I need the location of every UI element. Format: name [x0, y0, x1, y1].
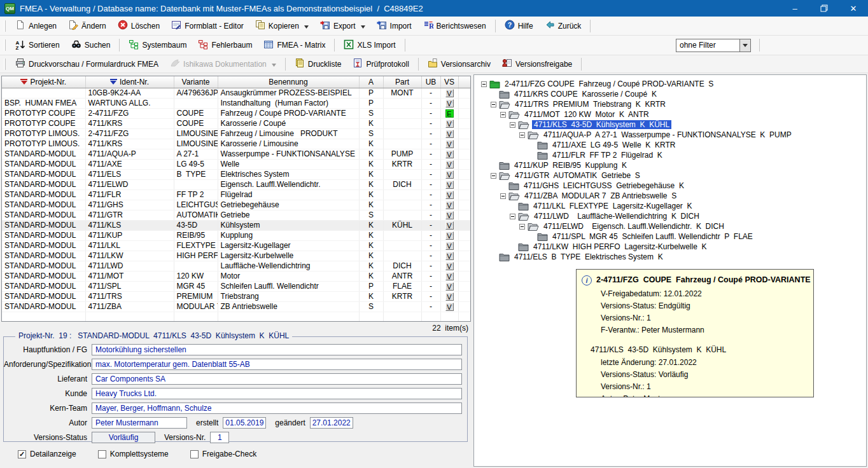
table-row[interactable]: STANDARD-MODUL4711/TRSPREMIUMTriebstrang…: [2, 291, 471, 301]
formblatt-editor-button[interactable]: Formblatt - Editor: [165, 18, 249, 34]
filter-red-icon[interactable]: [20, 79, 27, 85]
table-row[interactable]: STANDARD-MODUL4711/AQUA-PA 27-1Wasserpum…: [2, 149, 471, 159]
minimize-icon[interactable]: –: [780, 0, 809, 17]
table-row[interactable]: STANDARD-MODUL4711/LKLFLEXTYPELagersitz-…: [2, 240, 471, 251]
table-row[interactable]: STANDARD-MODUL4711/LKWHIGH PERFOLagersit…: [2, 251, 471, 261]
author-field[interactable]: Peter Mustermann: [92, 417, 187, 429]
table-row[interactable]: STANDARD-MODUL4711/ZBAMODULAR 7ZB Antrie…: [2, 301, 471, 312]
column-header-benennung[interactable]: Benennung: [218, 76, 359, 88]
table-row[interactable]: STANDARD-MODUL4711/ELWDEigensch. Lauffl.…: [2, 179, 471, 189]
column-header-vs[interactable]: VS: [440, 76, 458, 88]
tree-node[interactable]: 4711/ELS B TYPE Elektrisches System K: [477, 252, 865, 262]
collapse-minus-icon[interactable]: [489, 173, 498, 179]
tree-node[interactable]: 4711/LKW HIGH PERFO Lagersitz-Kurbelwell…: [477, 242, 865, 252]
collapse-minus-icon[interactable]: [499, 193, 507, 199]
hilfe-button[interactable]: ?Hilfe: [499, 18, 539, 34]
table-row[interactable]: STANDARD-MODUL4711/SPLMGR 45Schleifen La…: [2, 281, 471, 291]
tree-node[interactable]: 4711/GHS LEICHTGUSS Getriebegehäuse K: [477, 181, 865, 191]
tree-node[interactable]: 4711/ELWD Eigensch. Lauffl.Wellendichtr.…: [477, 221, 865, 231]
versionsfreigabe-button[interactable]: Versionsfreigabe: [496, 56, 578, 72]
xls-import-button[interactable]: XLS Import: [338, 38, 401, 53]
table-row[interactable]: PROTOTYP COUPE2-4711/FZGCOUPEFahrzeug / …: [2, 108, 471, 118]
collapse-minus-icon[interactable]: [489, 102, 498, 107]
collapse-minus-icon[interactable]: [480, 81, 488, 87]
tree-node[interactable]: 4711/GTR AUTOMATIK Getriebe S: [477, 170, 865, 181]
table-row[interactable]: STANDARD-MODUL4711/AXELG 49-5WelleKKRTR-…: [2, 159, 471, 169]
field-lieferant[interactable]: Car Components SA: [92, 373, 462, 385]
löschen-button[interactable]: Löschen: [112, 18, 165, 34]
collapse-minus-icon[interactable]: [508, 122, 517, 128]
close-icon[interactable]: ✕: [839, 0, 868, 17]
field-anforderung-spezifikation[interactable]: max. Motortemperatur gem. Datenblatt 55-…: [92, 359, 462, 370]
table-row[interactable]: BSP. HUMAN FMEAWARTUNG ALLG.Instandhaltu…: [2, 98, 471, 108]
versionsarchiv-button[interactable]: Versionsarchiv: [422, 56, 496, 72]
tree-node[interactable]: 4711/TRS PREMIUM Triebstrang K KRTR: [477, 99, 865, 109]
ändern-button[interactable]: Ändern: [62, 18, 112, 34]
tree-node[interactable]: 4711/KLS 43-5D Kühlsystem K KÜHL: [477, 120, 865, 130]
import-button[interactable]: Import: [371, 18, 417, 34]
sortieren-button[interactable]: AZSortieren: [10, 38, 66, 53]
zurück-button[interactable]: Zurück: [539, 18, 587, 34]
table-row[interactable]: STANDARD-MODUL4711/KUPREIB/95KupplungK-V: [2, 230, 471, 240]
tree-node[interactable]: 4711/MOT 120 KW Motor K ANTR: [477, 109, 865, 120]
collapse-minus-icon[interactable]: [499, 112, 507, 118]
anlegen-button[interactable]: Anlegen: [10, 18, 62, 34]
field-hauptfunktion-fg[interactable]: Motorkühlung sicherstellen: [92, 344, 462, 355]
table-row[interactable]: STANDARD-MODUL4711/GHSLEICHTGUSSGetriebe…: [2, 200, 471, 210]
table-row[interactable]: 10GB-9K24-AAA/479636JPAnsaugkrümmer PROZ…: [2, 88, 471, 98]
tree-node[interactable]: 4711/AXE LG 49-5 Welle K KRTR: [477, 140, 865, 150]
berichtswesen-button[interactable]: RBerichtswesen: [417, 18, 492, 34]
komplettsysteme-checkbox[interactable]: Komplettsysteme: [98, 450, 169, 458]
field-kern-team[interactable]: Mayer, Berger, Hoffmann, Schulze: [92, 403, 462, 414]
prüfprotokoll-button[interactable]: Prüfprotokoll: [347, 56, 414, 72]
suchen-button[interactable]: Suchen: [66, 38, 116, 53]
column-header-ident-nr[interactable]: Ident-Nr.: [85, 76, 174, 88]
table-row[interactable]: PROTOTYP COUPE4711/KRSCOUPEKarosserie / …: [2, 118, 471, 128]
toolbar-grip[interactable]: [4, 39, 6, 51]
table-row[interactable]: PROTOTYP LIMOUS.4711/KRSLIMOUSINEKarosse…: [2, 139, 471, 149]
toolbar-grip[interactable]: [4, 20, 6, 32]
toolbar-grip[interactable]: [4, 59, 6, 70]
column-header-ub[interactable]: UB: [421, 76, 440, 88]
chevron-down-icon[interactable]: [739, 39, 750, 52]
filter-dropdown[interactable]: ohne Filter: [676, 39, 751, 52]
column-header-projekt-nr[interactable]: Projekt-Nr.: [2, 76, 85, 88]
tree-node[interactable]: 4711/KUP REIB/95 Kupplung K: [477, 160, 865, 170]
column-header-a[interactable]: A: [359, 76, 383, 88]
export-button[interactable]: Export: [314, 18, 371, 34]
collapse-minus-icon[interactable]: [518, 132, 526, 138]
column-header-part[interactable]: Part: [383, 76, 421, 88]
druckliste-button[interactable]: Druckliste: [289, 56, 347, 72]
systembaum-button[interactable]: Systembaum: [123, 38, 192, 53]
tree-node[interactable]: 4711/AQUA-P A 27-1 Wasserpumpe - FUNKTIO…: [477, 130, 865, 140]
detailanzeige-checkbox[interactable]: ✓Detailanzeige: [18, 450, 76, 458]
table-row[interactable]: STANDARD-MODUL4711/GTRAUTOMATIKGetriebeS…: [2, 210, 471, 220]
restore-icon[interactable]: [809, 0, 839, 17]
kopieren-button[interactable]: Kopieren: [249, 18, 314, 34]
fehlerbaum-button[interactable]: Fehlerbaum: [192, 38, 258, 53]
version-nr-field[interactable]: 1: [210, 432, 229, 443]
tree-node[interactable]: 4711/ZBA MODULAR 7 ZB Antriebswelle S: [477, 191, 865, 201]
tree-node[interactable]: 4711/SPL MGR 45 Schleifen Lauffl. Wellen…: [477, 231, 865, 242]
tree-node[interactable]: 4711/KRS COUPE Karosserie / Coupé K: [477, 89, 865, 99]
created-date-field[interactable]: 01.05.2019: [223, 417, 266, 429]
tree-node[interactable]: 4711/LWD Lauffläche-Wellendichtring K DI…: [477, 211, 865, 221]
table-row[interactable]: STANDARD-MODUL4711/KLS43-5DKühlsystemKKÜ…: [2, 220, 471, 230]
druckvorschau-formulardruck-fmea-button[interactable]: Druckvorschau / Formulardruck FMEA: [10, 56, 164, 72]
column-header-variante[interactable]: Variante: [174, 76, 218, 88]
tree-node[interactable]: 2-4711/FZG COUPE Fahrzeug / Coupé PROD-V…: [477, 79, 865, 89]
filter-blue-icon[interactable]: [110, 79, 117, 85]
table-row[interactable]: PROTOTYP LIMOUS.2-4711/FZGLIMOUSINEFahrz…: [2, 128, 471, 139]
tree-node[interactable]: 4711/LKL FLEXTYPE Lagersitz-Kugellager K: [477, 201, 865, 211]
fmea-matrix-button[interactable]: FMEA - Matrix: [258, 38, 331, 53]
table-row[interactable]: STANDARD-MODUL4711/LWDLauffläche-Wellend…: [2, 261, 471, 271]
freigabe-check-checkbox[interactable]: Freigabe-Check: [190, 450, 256, 458]
modified-date-field[interactable]: 27.01.2022: [310, 417, 353, 429]
field-kunde[interactable]: Heavy Trucks Ltd.: [92, 388, 462, 399]
table-row[interactable]: STANDARD-MODUL4711/ELSB TYPEElektrisches…: [2, 169, 471, 179]
tree-node[interactable]: 4711/FLR FF TP 2 Flügelrad K: [477, 150, 865, 160]
table-row[interactable]: STANDARD-MODUL4711/FLRFF TP 2FlügelradK-…: [2, 189, 471, 200]
table-row[interactable]: STANDARD-MODUL4711/MOT120 KWMotorKANTR-V: [2, 271, 471, 281]
collapse-minus-icon[interactable]: [518, 224, 526, 230]
collapse-minus-icon[interactable]: [508, 214, 517, 219]
